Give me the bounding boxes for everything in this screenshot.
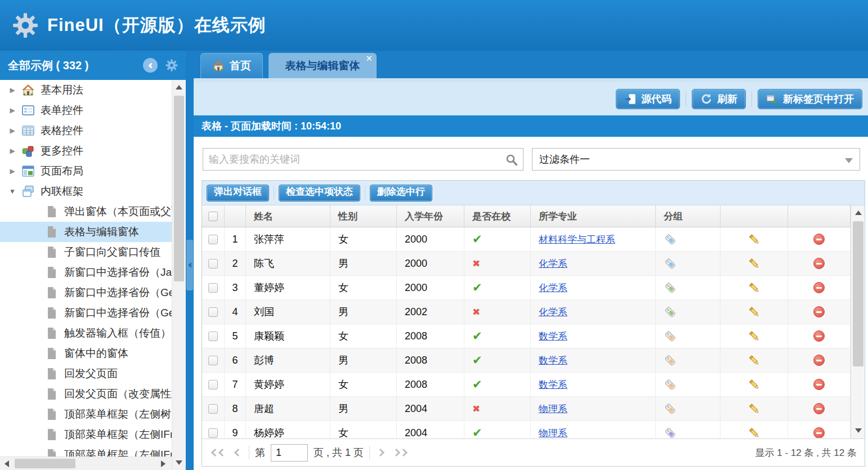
scroll-left-icon[interactable] bbox=[5, 460, 9, 467]
column-header-delete[interactable] bbox=[788, 205, 851, 227]
tag-icon[interactable] bbox=[664, 232, 677, 246]
column-header-edit[interactable] bbox=[721, 205, 788, 227]
tree-expand-icon[interactable]: ▶ bbox=[8, 86, 17, 94]
tag-icon[interactable] bbox=[664, 305, 677, 319]
tree-item[interactable]: ▶ 表格控件 bbox=[0, 120, 172, 141]
edit-pencil-icon[interactable] bbox=[748, 402, 761, 415]
scroll-up-icon[interactable] bbox=[176, 85, 182, 89]
refresh-button[interactable]: 刷新 bbox=[692, 89, 746, 109]
column-header-enrolled[interactable]: 是否在校 bbox=[464, 205, 531, 227]
column-header-major[interactable]: 所学专业 bbox=[531, 205, 656, 227]
tree-item[interactable]: 新窗口中选择省份（Get bbox=[0, 303, 172, 323]
search-input[interactable] bbox=[203, 149, 523, 170]
tree-item[interactable]: ▶ 表单控件 bbox=[0, 100, 172, 120]
gear-icon[interactable] bbox=[164, 58, 179, 73]
delete-icon[interactable] bbox=[813, 234, 825, 245]
filter-dropdown[interactable]: 过滤条件一 bbox=[532, 148, 860, 171]
row-checkbox[interactable] bbox=[208, 307, 218, 317]
table-vertical-scrollbar[interactable] bbox=[851, 205, 865, 438]
table-row[interactable]: 1 张萍萍 女 2000 ✔ 材料科学与工程系 bbox=[202, 227, 851, 252]
tree-expand-icon[interactable]: ▶ bbox=[8, 106, 17, 114]
tree-item[interactable]: 新窗口中选择省份（Jav bbox=[0, 262, 172, 283]
tab-grid-edit-window[interactable]: 表格与编辑窗体 ✕ bbox=[269, 53, 377, 78]
scroll-up-icon[interactable] bbox=[855, 211, 862, 215]
tree-item[interactable]: 弹出窗体（本页面或父页 bbox=[0, 202, 172, 222]
major-link[interactable]: 化学系 bbox=[539, 281, 567, 294]
open-new-tab-button[interactable]: 新标签页中打开 bbox=[758, 89, 862, 109]
delete-icon[interactable] bbox=[813, 306, 825, 317]
table-row[interactable]: 3 董婷婷 女 2000 ✔ 化学系 bbox=[202, 276, 851, 300]
scrollbar-thumb[interactable] bbox=[15, 459, 75, 468]
first-page-button[interactable] bbox=[210, 447, 227, 458]
major-link[interactable]: 材料科学与工程系 bbox=[539, 233, 615, 246]
table-row[interactable]: 7 黄婷婷 女 2008 ✔ 数学系 bbox=[202, 373, 851, 397]
tag-icon[interactable] bbox=[664, 402, 677, 415]
tree-item[interactable]: 子窗口向父窗口传值 bbox=[0, 242, 172, 262]
tab-home[interactable]: 首页 bbox=[200, 53, 263, 78]
tag-icon[interactable] bbox=[664, 281, 677, 294]
edit-pencil-icon[interactable] bbox=[748, 232, 761, 246]
row-checkbox[interactable] bbox=[208, 428, 218, 438]
column-header-rownum[interactable] bbox=[225, 205, 246, 227]
collapse-circle-icon[interactable] bbox=[143, 58, 158, 73]
edit-pencil-icon[interactable] bbox=[748, 426, 761, 438]
tree-expand-icon[interactable]: ▼ bbox=[8, 187, 17, 195]
tree-item[interactable]: 表格与编辑窗体 bbox=[0, 222, 172, 242]
tree-item[interactable]: 顶部菜单框架（左侧IFra bbox=[0, 445, 172, 456]
prev-page-button[interactable] bbox=[233, 447, 243, 458]
table-row[interactable]: 2 陈飞 男 2000 ✖ 化学系 bbox=[202, 252, 851, 276]
row-checkbox[interactable] bbox=[208, 404, 218, 414]
sidebar-vertical-scrollbar[interactable] bbox=[172, 80, 186, 470]
delete-icon[interactable] bbox=[813, 330, 825, 342]
delete-icon[interactable] bbox=[813, 379, 825, 390]
edit-pencil-icon[interactable] bbox=[748, 329, 761, 343]
next-page-button[interactable] bbox=[375, 447, 386, 458]
tag-icon[interactable] bbox=[664, 353, 677, 367]
scrollbar-thumb[interactable] bbox=[853, 221, 863, 366]
scroll-down-icon[interactable] bbox=[855, 428, 862, 433]
column-header-year[interactable]: 入学年份 bbox=[397, 205, 464, 227]
search-icon[interactable] bbox=[505, 153, 518, 167]
row-checkbox[interactable] bbox=[208, 332, 218, 341]
major-link[interactable]: 物理系 bbox=[539, 402, 567, 415]
column-header-name[interactable]: 姓名 bbox=[246, 205, 330, 227]
column-header-group[interactable]: 分组 bbox=[656, 205, 721, 227]
tag-icon[interactable] bbox=[664, 329, 677, 343]
tree-item[interactable]: ▼ 内联框架 bbox=[0, 181, 172, 202]
row-checkbox[interactable] bbox=[208, 356, 218, 365]
major-link[interactable]: 数学系 bbox=[539, 330, 567, 343]
close-icon[interactable]: ✕ bbox=[365, 53, 373, 64]
scroll-right-icon[interactable] bbox=[161, 460, 165, 467]
table-row[interactable]: 9 杨婷婷 女 2004 ✔ 物理系 bbox=[202, 421, 851, 438]
tree-expand-icon[interactable]: ▶ bbox=[8, 167, 17, 175]
tag-icon[interactable] bbox=[664, 426, 677, 438]
table-row[interactable]: 6 彭博 男 2008 ✔ 数学系 bbox=[202, 348, 851, 373]
tree-item[interactable]: 回发父页面（改变属性或 bbox=[0, 384, 172, 404]
check-selected-button[interactable]: 检查选中项状态 bbox=[279, 185, 360, 202]
page-number-input[interactable] bbox=[271, 444, 308, 462]
tree-item[interactable]: ▶ 页面布局 bbox=[0, 161, 172, 181]
delete-icon[interactable] bbox=[813, 403, 825, 414]
major-link[interactable]: 化学系 bbox=[539, 306, 567, 319]
table-row[interactable]: 4 刘国 男 2002 ✖ 化学系 bbox=[202, 300, 851, 324]
edit-pencil-icon[interactable] bbox=[748, 378, 761, 391]
tree-expand-icon[interactable]: ▶ bbox=[8, 147, 17, 155]
tree-item[interactable]: 新窗口中选择省份（Get bbox=[0, 283, 172, 303]
splitter-collapse-handle[interactable] bbox=[186, 240, 193, 290]
open-dialog-button[interactable]: 弹出对话框 bbox=[207, 185, 269, 202]
source-code-button[interactable]: 源代码 bbox=[616, 89, 680, 109]
tree-item[interactable]: 顶部菜单框架（左侧树） bbox=[0, 404, 172, 424]
tree-expand-icon[interactable]: ▶ bbox=[8, 127, 17, 135]
row-checkbox[interactable] bbox=[208, 235, 218, 244]
row-checkbox[interactable] bbox=[208, 259, 218, 268]
tree-item[interactable]: 回发父页面 bbox=[0, 364, 172, 384]
tag-icon[interactable] bbox=[664, 378, 677, 391]
edit-pencil-icon[interactable] bbox=[748, 257, 761, 270]
last-page-button[interactable] bbox=[391, 447, 409, 458]
tag-icon[interactable] bbox=[664, 257, 677, 270]
delete-icon[interactable] bbox=[813, 282, 825, 293]
scroll-down-icon[interactable] bbox=[176, 460, 182, 465]
major-link[interactable]: 数学系 bbox=[539, 354, 567, 367]
edit-pencil-icon[interactable] bbox=[748, 353, 761, 367]
delete-icon[interactable] bbox=[813, 258, 825, 269]
